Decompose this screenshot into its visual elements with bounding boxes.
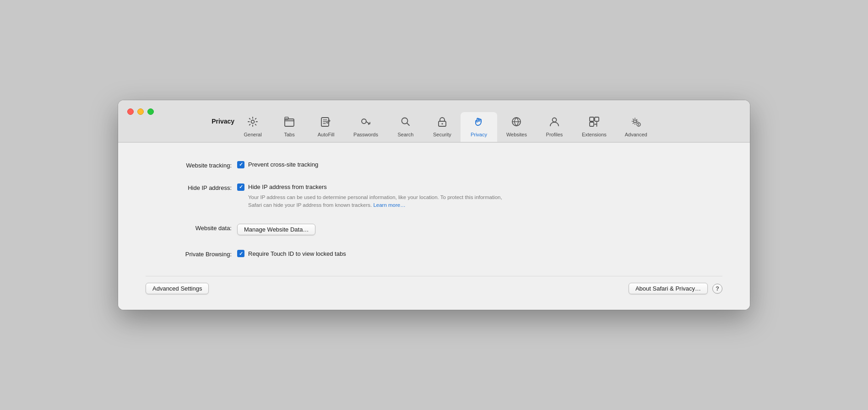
hide-ip-description: Your IP address can be used to determine… — [248, 194, 505, 210]
about-safari-button[interactable]: About Safari & Privacy… — [629, 283, 708, 294]
footer: Advanced Settings About Safari & Privacy… — [146, 276, 722, 296]
hide-ip-control: ✓ Hide IP address from trackers Your IP … — [237, 183, 505, 210]
svg-rect-10 — [590, 117, 594, 121]
hide-ip-checkbox-row: ✓ Hide IP address from trackers — [237, 183, 505, 191]
window-title: Privacy — [212, 118, 234, 131]
hide-ip-checkbox[interactable]: ✓ — [237, 183, 244, 191]
tab-autofill-label: AutoFill — [318, 132, 335, 137]
tab-extensions[interactable]: Extensions — [573, 112, 616, 142]
safari-preferences-window: Privacy General — [118, 100, 750, 310]
hide-ip-row: Hide IP address: ✓ Hide IP address from … — [146, 183, 722, 210]
tab-websites[interactable]: Websites — [497, 112, 536, 142]
hand-icon — [473, 116, 485, 129]
tab-search[interactable]: Search — [387, 112, 424, 142]
tab-security[interactable]: Security — [424, 112, 461, 142]
maximize-button[interactable] — [147, 108, 154, 115]
extensions-icon — [588, 116, 600, 129]
tab-passwords[interactable]: Passwords — [344, 112, 387, 142]
footer-right: About Safari & Privacy… ? — [629, 283, 722, 294]
manage-website-data-button[interactable]: Manage Website Data… — [237, 224, 315, 235]
gear-icon — [247, 116, 259, 129]
svg-rect-2 — [285, 117, 288, 119]
tab-extensions-label: Extensions — [582, 132, 607, 137]
svg-point-0 — [251, 120, 255, 123]
svg-point-4 — [362, 119, 366, 124]
website-tracking-row: Website tracking: ✓ Prevent cross-site t… — [146, 161, 722, 169]
svg-rect-11 — [595, 117, 599, 121]
tab-profiles[interactable]: Profiles — [536, 112, 573, 142]
hide-ip-label: Hide IP address: — [146, 183, 237, 191]
tab-advanced-label: Advanced — [625, 132, 647, 137]
private-browsing-label: Private Browsing: — [146, 250, 237, 258]
minimize-button[interactable] — [137, 108, 144, 115]
hide-ip-text: Hide IP address from trackers — [248, 183, 327, 190]
content-area: Website tracking: ✓ Prevent cross-site t… — [118, 142, 750, 310]
private-browsing-row: Private Browsing: ✓ Require Touch ID to … — [146, 250, 722, 258]
website-data-label: Website data: — [146, 224, 237, 232]
svg-rect-1 — [285, 119, 294, 126]
advanced-settings-button[interactable]: Advanced Settings — [146, 283, 209, 294]
website-data-row: Website data: Manage Website Data… — [146, 224, 722, 235]
autofill-icon — [320, 116, 332, 129]
svg-point-13 — [634, 120, 636, 123]
tab-websites-label: Websites — [506, 132, 527, 137]
svg-rect-12 — [590, 122, 594, 126]
prevent-tracking-row: ✓ Prevent cross-site tracking — [237, 161, 318, 168]
website-tracking-control: ✓ Prevent cross-site tracking — [237, 161, 318, 168]
touch-id-checkbox[interactable]: ✓ — [237, 250, 244, 257]
private-browsing-control: ✓ Require Touch ID to view locked tabs — [237, 250, 346, 257]
svg-point-7 — [441, 123, 443, 124]
tab-general[interactable]: General — [234, 112, 271, 142]
touch-id-text: Require Touch ID to view locked tabs — [248, 250, 346, 257]
toolbar: General Tabs — [234, 108, 656, 142]
tab-privacy[interactable]: Privacy — [461, 112, 497, 142]
tab-advanced[interactable]: Advanced — [616, 112, 656, 142]
window-controls — [127, 108, 154, 115]
settings-rows: Website tracking: ✓ Prevent cross-site t… — [146, 161, 722, 258]
prevent-tracking-text: Prevent cross-site tracking — [248, 161, 318, 168]
tab-general-label: General — [244, 132, 262, 137]
person-icon — [548, 116, 560, 129]
checkmark-icon: ✓ — [239, 251, 243, 257]
svg-point-9 — [552, 118, 556, 122]
lock-icon — [436, 116, 448, 129]
tab-tabs-label: Tabs — [284, 132, 294, 137]
tab-security-label: Security — [433, 132, 451, 137]
tab-profiles-label: Profiles — [546, 132, 563, 137]
learn-more-link[interactable]: Learn more… — [373, 202, 405, 208]
checkmark-icon: ✓ — [239, 184, 243, 190]
website-data-control: Manage Website Data… — [237, 224, 315, 235]
search-icon — [400, 116, 412, 129]
tabs-icon — [283, 116, 295, 129]
tab-tabs[interactable]: Tabs — [271, 112, 308, 142]
help-button[interactable]: ? — [712, 284, 722, 294]
touch-id-row: ✓ Require Touch ID to view locked tabs — [237, 250, 346, 257]
tab-privacy-label: Privacy — [471, 132, 487, 137]
close-button[interactable] — [127, 108, 134, 115]
prevent-tracking-checkbox[interactable]: ✓ — [237, 161, 244, 168]
globe-icon — [510, 116, 522, 129]
key-icon — [360, 116, 372, 129]
titlebar: Privacy General — [118, 100, 750, 142]
website-tracking-label: Website tracking: — [146, 161, 237, 169]
checkmark-icon: ✓ — [239, 162, 243, 167]
tab-autofill[interactable]: AutoFill — [308, 112, 344, 142]
gear-badge-icon — [630, 116, 642, 129]
tab-search-label: Search — [397, 132, 413, 137]
tab-passwords-label: Passwords — [353, 132, 378, 137]
